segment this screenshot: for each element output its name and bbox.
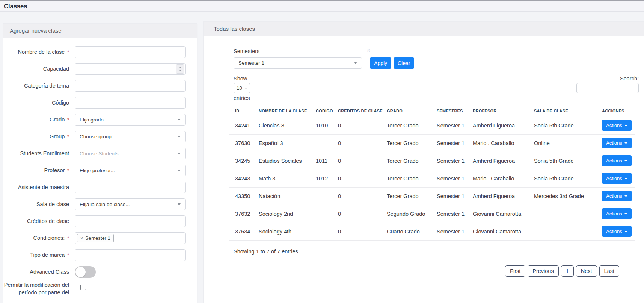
chevron-down-icon — [624, 142, 627, 144]
cell-credits: 0 — [332, 117, 381, 134]
cell-code — [310, 223, 332, 240]
cell-room: Sonia 5th Grade — [528, 152, 596, 170]
actions-button[interactable]: Actions — [602, 208, 632, 219]
cell-name: Sociology 4th — [253, 223, 310, 240]
cell-grade: Tercer Grado — [381, 117, 431, 134]
cell-code: 1011 — [310, 152, 332, 170]
capacity-input[interactable] — [75, 63, 186, 75]
required-asterisk: * — [66, 134, 69, 139]
field-label-text: Nombre de la clase — [18, 49, 65, 55]
students_enrollment-select[interactable]: Choose Students ... — [75, 148, 186, 159]
page-length-value: 10 — [237, 85, 242, 91]
entries-label: entries — [234, 95, 250, 101]
conditions-tags-input[interactable]: ×Semester 1 — [75, 232, 186, 244]
field-label-text: Capacidad — [43, 66, 69, 72]
actions-button[interactable]: Actions — [602, 191, 632, 201]
actions-button[interactable]: Actions — [602, 226, 632, 237]
grade-select[interactable]: Elija grado... — [75, 114, 186, 126]
cell-grade: Tercer Grado — [381, 152, 431, 170]
actions-button-label: Actions — [606, 140, 622, 146]
field-label-classroom: Sala de clase — [3, 201, 69, 208]
form-row-mark_type: Tipo de marca * — [3, 247, 197, 264]
cell-actions: Actions — [596, 187, 635, 205]
column-header-nombre-de-la-clase: NOMBRE DE LA CLASE — [253, 105, 310, 117]
actions-button[interactable]: Actions — [602, 155, 632, 166]
cell-semester: Semester 1 — [431, 205, 467, 223]
cell-id: 37632 — [229, 205, 253, 223]
chevron-down-icon — [624, 231, 627, 232]
field-label-text: Group — [50, 133, 65, 139]
number-stepper-control[interactable] — [176, 64, 184, 74]
table-row: 34245Estudios Sociales10110Tercer GradoS… — [229, 152, 635, 170]
teacher-select[interactable]: Elige profesor... — [75, 165, 186, 176]
actions-button-label: Actions — [606, 123, 622, 128]
chevron-down-icon — [624, 195, 627, 197]
column-header-cr-ditos-de-clase: CRÉDITOS DE CLASE — [332, 105, 381, 117]
cell-grade: Tercer Grado — [381, 134, 431, 152]
tag-chip: ×Semester 1 — [77, 234, 114, 242]
allow_period_modification-checkbox[interactable] — [80, 285, 86, 290]
field-label-allow_period_modification: Permitir la modificación del período por… — [3, 282, 69, 296]
cell-room: Sonia 5th Grade — [528, 117, 596, 134]
class_name-input[interactable] — [75, 46, 186, 58]
stepper-up-icon — [179, 67, 182, 68]
stray-text: a — [367, 47, 370, 53]
chevron-down-icon — [624, 178, 627, 179]
actions-button[interactable]: Actions — [602, 173, 632, 184]
code-input[interactable] — [75, 97, 186, 109]
field-label-teacher_assistant: Asistente de maestra — [3, 184, 69, 191]
cell-name: Math 3 — [253, 170, 310, 187]
pagination-1-button[interactable]: 1 — [561, 265, 574, 277]
actions-button[interactable]: Actions — [602, 120, 632, 131]
remove-tag-icon[interactable]: × — [80, 236, 83, 241]
class_credits-input[interactable] — [75, 215, 186, 227]
subject_category-input[interactable] — [75, 80, 186, 92]
apply-button[interactable]: Apply — [370, 57, 391, 69]
search-input[interactable] — [576, 83, 639, 93]
add-class-panel-title: Agregar nueva clase — [10, 27, 62, 34]
cell-code: 1010 — [310, 117, 332, 134]
cell-name: Sociology 2nd — [253, 205, 310, 223]
pagination-previous-button[interactable]: Previous — [528, 265, 558, 277]
clear-button[interactable]: Clear — [394, 57, 414, 69]
group-select[interactable]: Choose group ... — [75, 131, 186, 142]
classes-table: IDNOMBRE DE LA CLASECÓDIGOCRÉDITOS DE CL… — [229, 105, 635, 241]
cell-id: 34243 — [229, 170, 253, 187]
semesters-select-value: Semester 1 — [238, 60, 264, 66]
field-label-text: Categoría de tema — [24, 83, 69, 89]
cell-semester: Semester 1 — [431, 223, 467, 240]
cell-grade: Segundo Grado — [381, 205, 431, 223]
teacher_assistant-input[interactable] — [75, 182, 186, 193]
pagination-next-button[interactable]: Next — [576, 265, 597, 277]
field-label-text: Tipo de marca — [30, 252, 65, 258]
cell-room — [528, 223, 596, 240]
field-label-code: Código — [3, 99, 69, 107]
form-row-teacher: Profesor *Elige profesor... — [3, 162, 197, 179]
field-label-text: Asistente de maestra — [18, 184, 69, 190]
cell-semester: Semester 1 — [431, 134, 467, 152]
semesters-select[interactable]: Semester 1 — [234, 57, 362, 69]
chevron-down-icon — [178, 119, 181, 121]
cell-actions: Actions — [596, 117, 635, 134]
chevron-down-icon — [354, 62, 357, 64]
field-label-text: Students Enrollment — [20, 150, 69, 156]
advanced_class-toggle[interactable] — [75, 266, 96, 278]
form-row-code: Código — [3, 94, 197, 111]
pagination-last-button[interactable]: Last — [599, 265, 619, 277]
cell-teacher: Amherd Figueroa — [467, 152, 528, 170]
actions-button[interactable]: Actions — [602, 138, 632, 148]
cell-teacher: Amherd Figueroa — [467, 117, 528, 134]
classes-table-body: 34241Ciencias 310100Tercer GradoSemester… — [229, 117, 635, 240]
mark_type-input[interactable] — [75, 249, 186, 261]
all-classes-panel-title: Todas las clases — [214, 26, 255, 32]
form-row-subject_category: Categoría de tema — [3, 77, 197, 94]
pagination-first-button[interactable]: First — [505, 265, 525, 277]
classroom-select[interactable]: Elija la sala de clase... — [75, 198, 186, 210]
cell-semester: Semester 1 — [431, 170, 467, 187]
add-class-panel: Agregar nueva clase Nombre de la clase *… — [3, 23, 197, 303]
page-length-select[interactable]: 10 — [234, 83, 250, 93]
teacher-select-value: Elige profesor... — [80, 168, 115, 173]
required-asterisk: * — [66, 49, 69, 55]
cell-teacher: Giovanni Camarotta — [467, 205, 528, 223]
column-header-acciones: ACCIONES — [596, 105, 635, 117]
